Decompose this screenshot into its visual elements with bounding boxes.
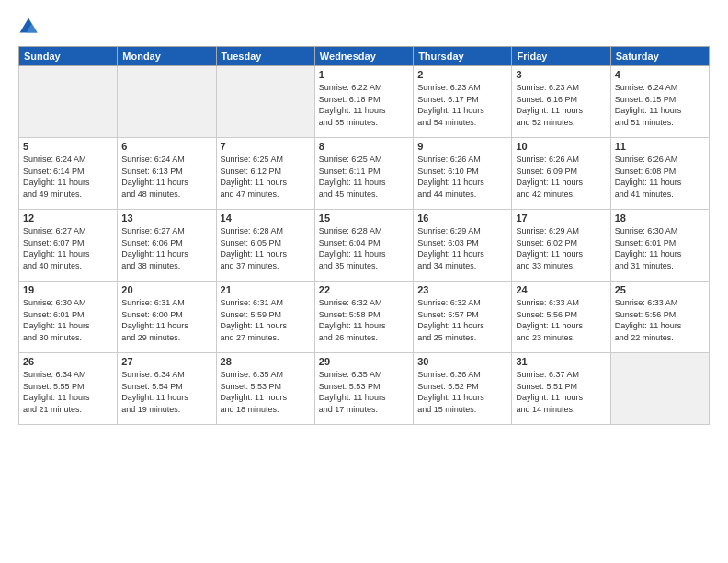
day-number: 7 <box>221 141 311 152</box>
calendar-week-row: 5Sunrise: 6:24 AM Sunset: 6:14 PM Daylig… <box>19 138 710 210</box>
table-row: 16Sunrise: 6:29 AM Sunset: 6:03 PM Dayli… <box>414 210 512 282</box>
table-row: 28Sunrise: 6:35 AM Sunset: 5:53 PM Dayli… <box>216 353 314 425</box>
table-row <box>610 353 709 425</box>
table-row: 30Sunrise: 6:36 AM Sunset: 5:52 PM Dayli… <box>414 353 512 425</box>
cell-info: Sunrise: 6:34 AM Sunset: 5:55 PM Dayligh… <box>23 369 113 415</box>
table-row <box>216 66 314 138</box>
cell-info: Sunrise: 6:36 AM Sunset: 5:52 PM Dayligh… <box>417 369 507 415</box>
day-number: 2 <box>417 69 507 80</box>
day-number: 21 <box>221 284 311 295</box>
cell-info: Sunrise: 6:26 AM Sunset: 6:09 PM Dayligh… <box>516 154 606 200</box>
col-thursday: Thursday <box>414 47 512 66</box>
col-wednesday: Wednesday <box>314 47 413 66</box>
day-number: 9 <box>417 141 507 152</box>
day-number: 23 <box>417 284 507 295</box>
table-row: 25Sunrise: 6:33 AM Sunset: 5:56 PM Dayli… <box>610 282 709 353</box>
calendar-week-row: 12Sunrise: 6:27 AM Sunset: 6:07 PM Dayli… <box>19 210 710 282</box>
cell-info: Sunrise: 6:26 AM Sunset: 6:10 PM Dayligh… <box>417 154 507 200</box>
day-number: 12 <box>23 213 113 224</box>
table-row: 19Sunrise: 6:30 AM Sunset: 6:01 PM Dayli… <box>19 282 118 353</box>
cell-info: Sunrise: 6:32 AM Sunset: 5:58 PM Dayligh… <box>319 297 409 343</box>
table-row: 6Sunrise: 6:24 AM Sunset: 6:13 PM Daylig… <box>118 138 216 210</box>
cell-info: Sunrise: 6:31 AM Sunset: 5:59 PM Dayligh… <box>221 297 311 343</box>
table-row: 1Sunrise: 6:22 AM Sunset: 6:18 PM Daylig… <box>314 66 413 138</box>
day-number: 31 <box>516 356 606 367</box>
cell-info: Sunrise: 6:28 AM Sunset: 6:04 PM Dayligh… <box>319 225 409 271</box>
day-number: 8 <box>319 141 409 152</box>
logo <box>18 17 42 37</box>
cell-info: Sunrise: 6:27 AM Sunset: 6:07 PM Dayligh… <box>23 225 113 271</box>
calendar-header-row: Sunday Monday Tuesday Wednesday Thursday… <box>19 47 710 66</box>
day-number: 4 <box>615 69 705 80</box>
day-number: 30 <box>417 356 507 367</box>
cell-info: Sunrise: 6:35 AM Sunset: 5:53 PM Dayligh… <box>319 369 409 415</box>
table-row: 9Sunrise: 6:26 AM Sunset: 6:10 PM Daylig… <box>414 138 512 210</box>
col-saturday: Saturday <box>610 47 709 66</box>
day-number: 18 <box>615 213 705 224</box>
calendar-week-row: 26Sunrise: 6:34 AM Sunset: 5:55 PM Dayli… <box>19 353 710 425</box>
cell-info: Sunrise: 6:30 AM Sunset: 6:01 PM Dayligh… <box>23 297 113 343</box>
cell-info: Sunrise: 6:25 AM Sunset: 6:11 PM Dayligh… <box>319 154 409 200</box>
cell-info: Sunrise: 6:33 AM Sunset: 5:56 PM Dayligh… <box>516 297 606 343</box>
cell-info: Sunrise: 6:30 AM Sunset: 6:01 PM Dayligh… <box>615 225 705 271</box>
cell-info: Sunrise: 6:29 AM Sunset: 6:02 PM Dayligh… <box>516 225 606 271</box>
table-row: 29Sunrise: 6:35 AM Sunset: 5:53 PM Dayli… <box>314 353 413 425</box>
table-row: 4Sunrise: 6:24 AM Sunset: 6:15 PM Daylig… <box>610 66 709 138</box>
table-row: 27Sunrise: 6:34 AM Sunset: 5:54 PM Dayli… <box>118 353 216 425</box>
header <box>18 17 710 37</box>
cell-info: Sunrise: 6:37 AM Sunset: 5:51 PM Dayligh… <box>516 369 606 415</box>
col-sunday: Sunday <box>19 47 118 66</box>
cell-info: Sunrise: 6:27 AM Sunset: 6:06 PM Dayligh… <box>121 225 211 271</box>
table-row: 18Sunrise: 6:30 AM Sunset: 6:01 PM Dayli… <box>610 210 709 282</box>
day-number: 27 <box>121 356 211 367</box>
calendar-week-row: 1Sunrise: 6:22 AM Sunset: 6:18 PM Daylig… <box>19 66 710 138</box>
table-row: 7Sunrise: 6:25 AM Sunset: 6:12 PM Daylig… <box>216 138 314 210</box>
table-row <box>118 66 216 138</box>
cell-info: Sunrise: 6:24 AM Sunset: 6:13 PM Dayligh… <box>121 154 211 200</box>
day-number: 25 <box>615 284 705 295</box>
day-number: 14 <box>221 213 311 224</box>
day-number: 20 <box>121 284 211 295</box>
table-row: 13Sunrise: 6:27 AM Sunset: 6:06 PM Dayli… <box>118 210 216 282</box>
table-row: 21Sunrise: 6:31 AM Sunset: 5:59 PM Dayli… <box>216 282 314 353</box>
day-number: 28 <box>221 356 311 367</box>
table-row: 11Sunrise: 6:26 AM Sunset: 6:08 PM Dayli… <box>610 138 709 210</box>
cell-info: Sunrise: 6:33 AM Sunset: 5:56 PM Dayligh… <box>615 297 705 343</box>
cell-info: Sunrise: 6:35 AM Sunset: 5:53 PM Dayligh… <box>221 369 311 415</box>
table-row: 20Sunrise: 6:31 AM Sunset: 6:00 PM Dayli… <box>118 282 216 353</box>
cell-info: Sunrise: 6:29 AM Sunset: 6:03 PM Dayligh… <box>417 225 507 271</box>
page: Sunday Monday Tuesday Wednesday Thursday… <box>0 0 728 563</box>
cell-info: Sunrise: 6:32 AM Sunset: 5:57 PM Dayligh… <box>417 297 507 343</box>
logo-icon <box>18 17 39 37</box>
day-number: 10 <box>516 141 606 152</box>
cell-info: Sunrise: 6:34 AM Sunset: 5:54 PM Dayligh… <box>121 369 211 415</box>
table-row: 24Sunrise: 6:33 AM Sunset: 5:56 PM Dayli… <box>512 282 610 353</box>
day-number: 19 <box>23 284 113 295</box>
table-row: 26Sunrise: 6:34 AM Sunset: 5:55 PM Dayli… <box>19 353 118 425</box>
table-row: 15Sunrise: 6:28 AM Sunset: 6:04 PM Dayli… <box>314 210 413 282</box>
col-tuesday: Tuesday <box>216 47 314 66</box>
cell-info: Sunrise: 6:31 AM Sunset: 6:00 PM Dayligh… <box>121 297 211 343</box>
calendar-week-row: 19Sunrise: 6:30 AM Sunset: 6:01 PM Dayli… <box>19 282 710 353</box>
cell-info: Sunrise: 6:24 AM Sunset: 6:14 PM Dayligh… <box>23 154 113 200</box>
cell-info: Sunrise: 6:23 AM Sunset: 6:16 PM Dayligh… <box>516 82 606 128</box>
table-row: 17Sunrise: 6:29 AM Sunset: 6:02 PM Dayli… <box>512 210 610 282</box>
table-row: 5Sunrise: 6:24 AM Sunset: 6:14 PM Daylig… <box>19 138 118 210</box>
col-monday: Monday <box>118 47 216 66</box>
day-number: 16 <box>417 213 507 224</box>
day-number: 11 <box>615 141 705 152</box>
day-number: 1 <box>319 69 409 80</box>
day-number: 29 <box>319 356 409 367</box>
day-number: 13 <box>121 213 211 224</box>
table-row: 8Sunrise: 6:25 AM Sunset: 6:11 PM Daylig… <box>314 138 413 210</box>
table-row: 2Sunrise: 6:23 AM Sunset: 6:17 PM Daylig… <box>414 66 512 138</box>
cell-info: Sunrise: 6:28 AM Sunset: 6:05 PM Dayligh… <box>221 225 311 271</box>
day-number: 22 <box>319 284 409 295</box>
day-number: 5 <box>23 141 113 152</box>
day-number: 26 <box>23 356 113 367</box>
day-number: 17 <box>516 213 606 224</box>
day-number: 6 <box>121 141 211 152</box>
cell-info: Sunrise: 6:26 AM Sunset: 6:08 PM Dayligh… <box>615 154 705 200</box>
table-row: 3Sunrise: 6:23 AM Sunset: 6:16 PM Daylig… <box>512 66 610 138</box>
cell-info: Sunrise: 6:25 AM Sunset: 6:12 PM Dayligh… <box>221 154 311 200</box>
